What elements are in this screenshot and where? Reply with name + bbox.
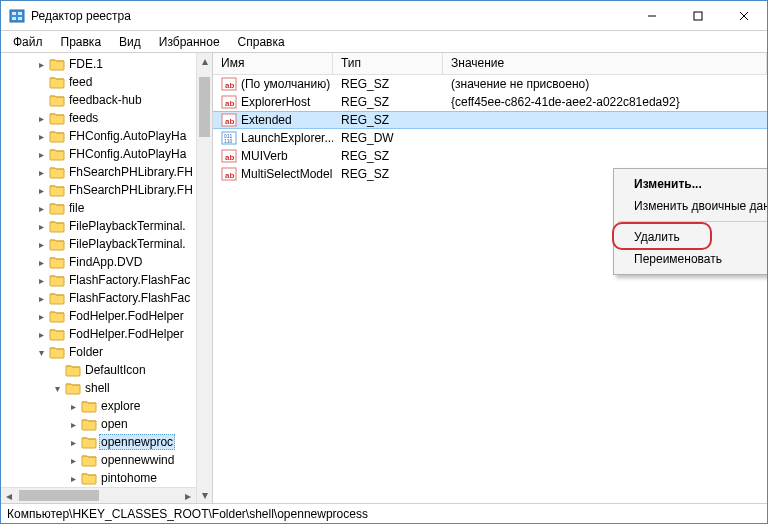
- value-row[interactable]: abExtendedREG_SZ: [213, 111, 767, 129]
- tree-item[interactable]: ▸file: [1, 199, 212, 217]
- folder-icon: [49, 236, 65, 252]
- triangle-right-icon[interactable]: ▸: [33, 59, 49, 70]
- tree-item[interactable]: ▸FhSearchPHLibrary.FH: [1, 163, 212, 181]
- scroll-left-icon[interactable]: ◂: [1, 488, 17, 503]
- column-name[interactable]: Имя: [213, 53, 333, 74]
- triangle-right-icon[interactable]: ▸: [33, 149, 49, 160]
- triangle-right-icon[interactable]: ▸: [65, 419, 81, 430]
- triangle-right-icon[interactable]: ▸: [33, 203, 49, 214]
- triangle-right-icon[interactable]: ▸: [33, 329, 49, 340]
- tree-item[interactable]: ·feed: [1, 73, 212, 91]
- tree-item[interactable]: ▸feeds: [1, 109, 212, 127]
- tree-item[interactable]: ▸opennewwind: [1, 451, 212, 469]
- tree-item[interactable]: ▸FHConfig.AutoPlayHa: [1, 145, 212, 163]
- tree-item[interactable]: ▸open: [1, 415, 212, 433]
- tree-spacer: ·: [33, 95, 49, 106]
- string-value-icon: ab: [221, 76, 237, 92]
- tree-item[interactable]: ▸opennewproc: [1, 433, 212, 451]
- value-row[interactable]: ab(По умолчанию)REG_SZ(значение не присв…: [213, 75, 767, 93]
- tree-item[interactable]: ▸FDE.1: [1, 55, 212, 73]
- triangle-right-icon[interactable]: ▸: [33, 167, 49, 178]
- tree-item[interactable]: ▾Folder: [1, 343, 212, 361]
- context-menu-item[interactable]: Изменить двоичные данные...: [616, 195, 767, 217]
- statusbar: Компьютер\HKEY_CLASSES_ROOT\Folder\shell…: [1, 503, 767, 523]
- triangle-down-icon[interactable]: ▾: [49, 383, 65, 394]
- tree-item-label: file: [67, 201, 86, 215]
- tree-scrollbar-horizontal[interactable]: ◂ ▸: [1, 487, 196, 503]
- scroll-right-icon[interactable]: ▸: [180, 488, 196, 503]
- value-name: LaunchExplorer...: [241, 131, 333, 145]
- column-value[interactable]: Значение: [443, 53, 767, 74]
- value-row[interactable]: abMUIVerbREG_SZ: [213, 147, 767, 165]
- triangle-down-icon[interactable]: ▾: [33, 347, 49, 358]
- tree-item-label: open: [99, 417, 130, 431]
- context-menu-item[interactable]: Переименовать: [616, 248, 767, 270]
- tree-item[interactable]: ▾shell: [1, 379, 212, 397]
- scroll-up-icon[interactable]: ▴: [197, 53, 212, 69]
- folder-icon: [81, 416, 97, 432]
- triangle-right-icon[interactable]: ▸: [33, 221, 49, 232]
- svg-rect-3: [18, 12, 22, 15]
- triangle-right-icon[interactable]: ▸: [65, 455, 81, 466]
- context-menu-item[interactable]: Удалить: [616, 226, 767, 248]
- triangle-right-icon[interactable]: ▸: [65, 401, 81, 412]
- triangle-right-icon[interactable]: ▸: [33, 185, 49, 196]
- value-name: MUIVerb: [241, 149, 288, 163]
- folder-icon: [49, 128, 65, 144]
- value-type: REG_DW: [333, 131, 443, 145]
- tree-item[interactable]: ▸FodHelper.FodHelper: [1, 325, 212, 343]
- triangle-right-icon[interactable]: ▸: [33, 293, 49, 304]
- tree-item-label: opennewproc: [99, 434, 175, 450]
- column-type[interactable]: Тип: [333, 53, 443, 74]
- folder-icon: [81, 470, 97, 486]
- context-menu-item[interactable]: Изменить...: [616, 173, 767, 195]
- svg-text:ab: ab: [225, 153, 234, 162]
- registry-tree[interactable]: ▸FDE.1·feed·feedback-hub▸feeds▸FHConfig.…: [1, 55, 212, 503]
- tree-item[interactable]: ▸FindApp.DVD: [1, 253, 212, 271]
- svg-rect-6: [694, 12, 702, 20]
- scroll-thumb[interactable]: [199, 77, 210, 137]
- triangle-right-icon[interactable]: ▸: [33, 311, 49, 322]
- triangle-right-icon[interactable]: ▸: [33, 131, 49, 142]
- scroll-thumb-h[interactable]: [19, 490, 99, 501]
- scroll-down-icon[interactable]: ▾: [197, 487, 212, 503]
- tree-item[interactable]: ▸FhSearchPHLibrary.FH: [1, 181, 212, 199]
- maximize-button[interactable]: [675, 1, 721, 30]
- value-row[interactable]: abExplorerHostREG_SZ{ceff45ee-c862-41de-…: [213, 93, 767, 111]
- triangle-right-icon[interactable]: ▸: [33, 257, 49, 268]
- tree-item[interactable]: ·feedback-hub: [1, 91, 212, 109]
- svg-rect-0: [10, 10, 24, 22]
- minimize-button[interactable]: [629, 1, 675, 30]
- folder-icon: [81, 452, 97, 468]
- tree-item[interactable]: ▸pintohome: [1, 469, 212, 487]
- value-row[interactable]: 011110LaunchExplorer...REG_DW: [213, 129, 767, 147]
- triangle-right-icon[interactable]: ▸: [65, 473, 81, 484]
- menu-file[interactable]: Файл: [5, 33, 51, 51]
- folder-icon: [49, 74, 65, 90]
- tree-item[interactable]: ▸explore: [1, 397, 212, 415]
- triangle-right-icon[interactable]: ▸: [33, 239, 49, 250]
- folder-icon: [49, 182, 65, 198]
- close-button[interactable]: [721, 1, 767, 30]
- value-name: ExplorerHost: [241, 95, 310, 109]
- tree-item[interactable]: ▸FilePlaybackTerminal.: [1, 217, 212, 235]
- tree-scrollbar-vertical[interactable]: ▴ ▾: [196, 53, 212, 503]
- tree-item[interactable]: ▸FodHelper.FodHelper: [1, 307, 212, 325]
- folder-icon: [49, 56, 65, 72]
- binary-value-icon: 011110: [221, 130, 237, 146]
- menu-edit[interactable]: Правка: [53, 33, 110, 51]
- menu-view[interactable]: Вид: [111, 33, 149, 51]
- triangle-right-icon[interactable]: ▸: [65, 437, 81, 448]
- tree-item[interactable]: ▸FlashFactory.FlashFac: [1, 289, 212, 307]
- tree-item[interactable]: ▸FilePlaybackTerminal.: [1, 235, 212, 253]
- triangle-right-icon[interactable]: ▸: [33, 275, 49, 286]
- triangle-right-icon[interactable]: ▸: [33, 113, 49, 124]
- tree-item[interactable]: ▸FlashFactory.FlashFac: [1, 271, 212, 289]
- tree-item[interactable]: ·DefaultIcon: [1, 361, 212, 379]
- menu-help[interactable]: Справка: [230, 33, 293, 51]
- folder-icon: [49, 200, 65, 216]
- menu-favorites[interactable]: Избранное: [151, 33, 228, 51]
- main-split: ▸FDE.1·feed·feedback-hub▸feeds▸FHConfig.…: [1, 53, 767, 503]
- tree-item[interactable]: ▸FHConfig.AutoPlayHa: [1, 127, 212, 145]
- folder-icon: [49, 290, 65, 306]
